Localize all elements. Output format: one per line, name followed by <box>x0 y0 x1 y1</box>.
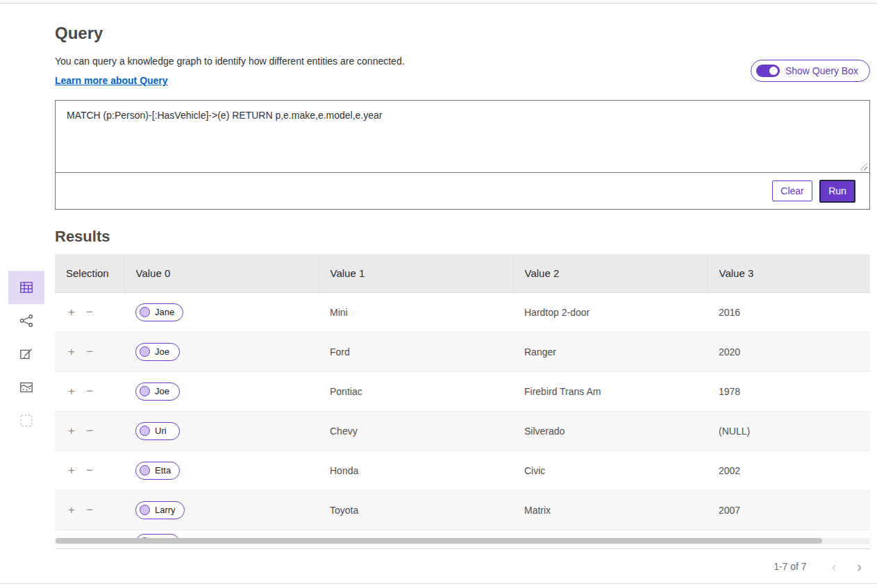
column-header: Value 3 <box>708 254 870 292</box>
header-row: SelectionValue 0Value 1Value 2Value 3 <box>55 254 870 292</box>
query-box: MATCH (p:Person)-[:HasVehicle]->(e) RETU… <box>55 100 870 210</box>
table-row: +−JoeFordRanger2020 <box>55 332 870 371</box>
add-to-selection-button[interactable]: + <box>66 503 77 517</box>
value0-cell: Joe <box>124 371 319 411</box>
bottom-divider <box>0 583 877 584</box>
remove-from-selection-button[interactable]: − <box>84 305 95 319</box>
show-query-box-toggle[interactable]: Show Query Box <box>751 60 870 82</box>
results-title: Results <box>55 228 870 246</box>
query-textarea-wrap: MATCH (p:Person)-[:HasVehicle]->(e) RETU… <box>56 101 869 173</box>
intro-row: You can query a knowledge graph to ident… <box>55 54 870 87</box>
value3-cell: 2002 <box>708 451 870 490</box>
entity-label: Jane <box>155 307 174 317</box>
query-input[interactable]: MATCH (p:Person)-[:HasVehicle]->(e) RETU… <box>56 101 869 172</box>
value3-cell: 1978 <box>708 371 870 411</box>
page-description: You can query a knowledge graph to ident… <box>55 54 405 68</box>
query-actions: Clear Run <box>56 173 869 209</box>
add-to-selection-button[interactable]: + <box>66 305 77 319</box>
selection-cell: +− <box>55 332 124 371</box>
table-row: +−JoePontiacFirebird Trans Am1978 <box>55 371 870 411</box>
value1-cell: Mini <box>319 292 513 332</box>
table-row: +−EttaHondaCivic2002 <box>55 451 870 490</box>
add-to-selection-button[interactable]: + <box>66 464 77 478</box>
value1-cell: Chevy <box>319 411 513 451</box>
entity-node-icon <box>140 386 150 396</box>
entity-pill[interactable]: Joe <box>135 383 180 401</box>
value2-cell: Silverado <box>513 411 708 451</box>
value2-cell: Hardtop 2-door <box>513 292 708 332</box>
query-page: Query You can query a knowledge graph to… <box>0 24 877 583</box>
value1-cell: Pontiac <box>319 371 513 411</box>
value0-cell <box>124 530 319 538</box>
previous-page-button[interactable]: ‹ <box>832 560 837 573</box>
top-divider <box>0 3 877 3</box>
entity-pill[interactable]: Uri <box>135 422 180 440</box>
results-table-card: SelectionValue 0Value 1Value 2Value 3 +−… <box>55 254 870 583</box>
remove-from-selection-button[interactable]: − <box>84 345 95 359</box>
value3-cell: 2020 <box>708 332 870 371</box>
value2-cell: Ranger <box>513 332 708 371</box>
entity-label: Etta <box>155 465 171 476</box>
pagination-footer: 1-7 of 7 ‹ › <box>55 548 870 583</box>
selection-cell: +− <box>55 371 124 411</box>
value1-cell: Toyota <box>319 490 513 530</box>
next-page-button[interactable]: › <box>857 560 862 573</box>
selection-cell: +− <box>55 292 124 332</box>
column-header: Value 1 <box>319 254 513 292</box>
add-to-selection-button[interactable]: + <box>66 385 77 398</box>
results-table-body: +−JaneMiniHardtop 2-door2016+−JoeFordRan… <box>55 292 870 538</box>
results-table-viewport: SelectionValue 0Value 1Value 2Value 3 +−… <box>55 254 870 538</box>
value3-cell <box>708 530 870 538</box>
entity-pill[interactable]: Larry <box>135 501 185 519</box>
remove-from-selection-button[interactable]: − <box>84 464 95 478</box>
results-table-head: SelectionValue 0Value 1Value 2Value 3 <box>55 254 870 292</box>
remove-from-selection-button[interactable]: − <box>84 503 95 517</box>
clear-button[interactable]: Clear <box>772 180 812 201</box>
table-row-partial <box>55 530 870 538</box>
value0-cell: Uri <box>124 411 319 451</box>
remove-from-selection-button[interactable]: − <box>84 385 95 398</box>
remove-from-selection-button[interactable]: − <box>84 424 95 438</box>
entity-label: Uri <box>155 426 167 436</box>
horizontal-scrollbar[interactable] <box>55 538 870 544</box>
horizontal-scrollbar-thumb[interactable] <box>56 538 822 544</box>
selection-cell: +− <box>55 451 124 490</box>
entity-pill[interactable]: Jane <box>135 303 183 321</box>
value0-cell: Joe <box>124 332 319 371</box>
entity-pill[interactable]: Joe <box>135 343 180 361</box>
learn-more-link[interactable]: Learn more about Query <box>55 74 168 87</box>
value0-cell: Etta <box>124 451 319 490</box>
entity-node-icon <box>140 426 150 436</box>
add-to-selection-button[interactable]: + <box>66 424 77 438</box>
value2-cell: Matrix <box>513 490 708 530</box>
entity-label: Joe <box>155 346 169 357</box>
add-to-selection-button[interactable]: + <box>66 345 77 359</box>
value3-cell: 2016 <box>708 292 870 332</box>
entity-node-icon <box>140 465 150 476</box>
value0-cell: Larry <box>124 490 319 530</box>
value2-cell: Firebird Trans Am <box>513 371 708 411</box>
value0-cell: Jane <box>124 292 319 332</box>
value1-cell: Honda <box>319 451 513 490</box>
toggle-switch-icon <box>756 65 780 77</box>
entity-node-icon <box>140 307 150 317</box>
value3-cell: (NULL) <box>708 411 870 451</box>
entity-node-icon <box>140 346 150 357</box>
entity-pill[interactable]: Etta <box>135 462 180 480</box>
selection-cell: +− <box>55 490 124 530</box>
value1-cell: Ford <box>319 332 513 371</box>
intro-text: You can query a knowledge graph to ident… <box>55 54 405 87</box>
table-row: +−JaneMiniHardtop 2-door2016 <box>55 292 870 332</box>
value1-cell <box>319 530 513 538</box>
value2-cell: Civic <box>513 451 708 490</box>
value3-cell: 2007 <box>708 490 870 530</box>
selection-cell <box>55 530 124 538</box>
table-row: +−UriChevySilverado(NULL) <box>55 411 870 451</box>
results-table: SelectionValue 0Value 1Value 2Value 3 +−… <box>55 254 870 538</box>
toggle-label: Show Query Box <box>785 65 858 76</box>
selection-cell: +− <box>55 411 124 451</box>
entity-node-icon <box>140 505 150 515</box>
column-header: Value 2 <box>513 254 708 292</box>
table-row: +−LarryToyotaMatrix2007 <box>55 490 870 530</box>
run-button[interactable]: Run <box>819 180 855 203</box>
